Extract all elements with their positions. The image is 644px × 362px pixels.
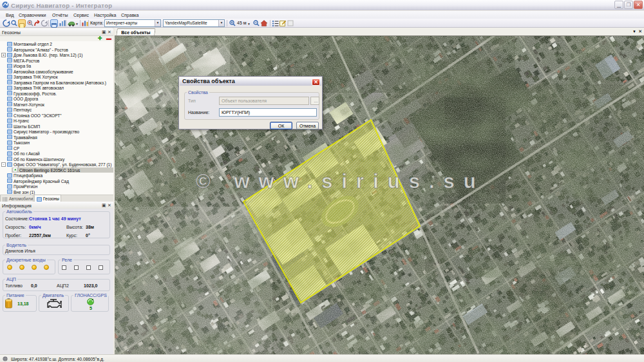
svg-text:© www.sirius.su: © www.sirius.su [196,170,485,193]
